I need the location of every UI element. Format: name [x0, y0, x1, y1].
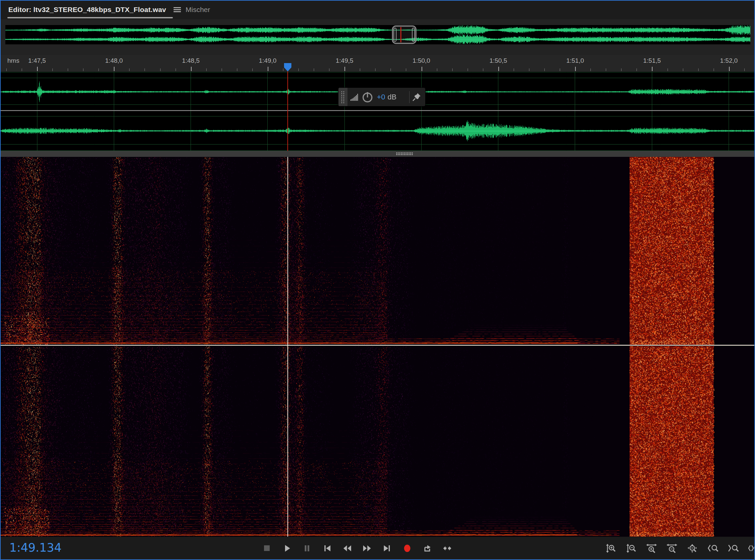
waveform-view[interactable] — [0, 72, 755, 151]
panel-menu-icon[interactable] — [173, 6, 182, 13]
zoom-out-point-button[interactable] — [727, 544, 739, 553]
ruler-time-label: 1:49,5 — [330, 57, 359, 64]
ruler-tick — [37, 67, 38, 71]
zoom-out-vertical-button[interactable] — [625, 544, 637, 553]
time-ruler[interactable]: hms 1:47,51:48,01:48,51:49,01:49,51:50,0… — [0, 55, 755, 72]
ruler-tick — [652, 67, 653, 71]
skip-to-previous-icon — [323, 544, 332, 553]
zoom-out-horizontal-button[interactable] — [666, 544, 678, 553]
ruler-tick — [498, 67, 499, 71]
ruler-tick — [298, 68, 299, 71]
ruler-time-label: 1:51,0 — [560, 57, 590, 64]
play-button[interactable] — [283, 544, 291, 553]
panel-tab-bar: Editor: ltv32_STEREO_48kbps_DTX_Float.wa… — [0, 0, 755, 19]
zoom-out-vertical-icon — [625, 544, 637, 553]
ruler-tick — [452, 68, 453, 71]
zoom-out-horizontal-icon — [666, 544, 678, 553]
ruler-tick — [222, 68, 222, 71]
pin-icon[interactable] — [412, 93, 421, 101]
ruler-tick — [98, 68, 99, 71]
tab-mixer[interactable]: Mischer — [185, 0, 210, 19]
skip-selection-button[interactable] — [443, 544, 452, 553]
zoom-in-vertical-button[interactable] — [605, 544, 616, 553]
ruler-tick — [160, 68, 161, 71]
audition-editor-window: Editor: ltv32_STEREO_48kbps_DTX_Float.wa… — [0, 0, 755, 560]
play-icon — [283, 544, 291, 553]
loop-playback-button[interactable] — [423, 544, 432, 553]
ruler-tick — [83, 68, 83, 71]
record-button[interactable] — [403, 544, 412, 553]
skip-to-previous-button[interactable] — [323, 544, 332, 553]
ruler-tick — [53, 68, 53, 71]
rewind-icon — [343, 544, 352, 553]
ruler-time-label: 1:51,5 — [637, 57, 667, 64]
ruler-tick — [391, 68, 391, 71]
stop-button[interactable] — [263, 544, 271, 553]
ruler-tick — [575, 67, 576, 71]
ruler-tick — [621, 68, 621, 71]
fast-forward-icon — [363, 544, 372, 553]
ruler-time-label: 1:52,0 — [714, 57, 744, 64]
record-icon — [403, 544, 412, 553]
hud-divider — [409, 91, 410, 103]
gain-hud[interactable]: +0 dB — [338, 87, 425, 106]
ruler-tick — [683, 68, 683, 71]
zoom-selection-icon — [748, 544, 755, 553]
zoom-in-horizontal-button[interactable] — [646, 544, 657, 553]
splitter-grip[interactable] — [396, 152, 413, 156]
skip-to-next-icon — [383, 544, 392, 553]
ruler-tick — [606, 68, 606, 71]
ruler-time-label: 1:50,5 — [483, 57, 513, 64]
ruler-tick — [114, 67, 115, 71]
zoom-reset-button[interactable] — [687, 544, 698, 553]
ruler-tick — [22, 68, 22, 71]
transport-bar: 1:49.134 — [0, 537, 755, 560]
ruler-time-label: 1:50,0 — [406, 57, 437, 64]
ruler-tick — [268, 67, 269, 71]
ruler-tick — [560, 68, 560, 71]
ruler-time-label: 1:48,5 — [176, 57, 206, 64]
ruler-tick — [252, 68, 253, 71]
current-time-display[interactable]: 1:49.134 — [9, 541, 62, 554]
pause-button[interactable] — [303, 544, 312, 553]
spectral-frequency-display[interactable] — [0, 157, 755, 537]
ruler-tick — [591, 68, 591, 71]
level-meter-icon — [350, 93, 359, 101]
ruler-time-label: 1:48,0 — [99, 57, 129, 64]
ruler-tick — [375, 68, 376, 71]
ruler-tick — [406, 68, 406, 71]
loop-playback-icon — [423, 544, 432, 553]
view-splitter[interactable] — [0, 151, 755, 157]
tab-editor[interactable]: Editor: ltv32_STEREO_48kbps_DTX_Float.wa… — [8, 0, 182, 19]
ruler-tick — [744, 68, 744, 71]
ruler-tick — [191, 67, 192, 71]
stop-icon — [263, 544, 271, 553]
hud-drag-handle[interactable] — [338, 88, 347, 106]
playhead-line-waveform — [287, 72, 288, 151]
gain-value[interactable]: +0 — [377, 93, 385, 101]
ruler-tick — [668, 68, 668, 71]
ruler-tick — [68, 68, 68, 71]
ruler-tick — [344, 67, 345, 71]
ruler-time-label: 1:49,0 — [253, 57, 283, 64]
ruler-tick — [714, 68, 714, 71]
fast-forward-button[interactable] — [363, 544, 372, 553]
gain-unit-label: dB — [388, 93, 397, 101]
zoom-selection-button[interactable] — [748, 544, 755, 553]
ruler-tick — [237, 68, 237, 71]
zoom-in-horizontal-icon — [646, 544, 657, 553]
rewind-button[interactable] — [343, 544, 352, 553]
zoom-in-vertical-icon — [605, 544, 616, 553]
overview-waveform-strip[interactable] — [0, 25, 755, 44]
skip-to-next-button[interactable] — [383, 544, 392, 553]
ruler-tick — [421, 67, 422, 71]
ruler-tick — [360, 68, 360, 71]
zoom-in-point-button[interactable] — [707, 544, 718, 553]
zoom-reset-icon — [687, 544, 698, 553]
zoom-in-point-icon — [707, 544, 718, 553]
ruler-tick — [468, 68, 468, 71]
skip-selection-icon — [443, 544, 452, 553]
ruler-tick — [636, 68, 637, 71]
gain-knob-icon[interactable] — [361, 91, 374, 103]
zoom-controls — [605, 537, 755, 560]
